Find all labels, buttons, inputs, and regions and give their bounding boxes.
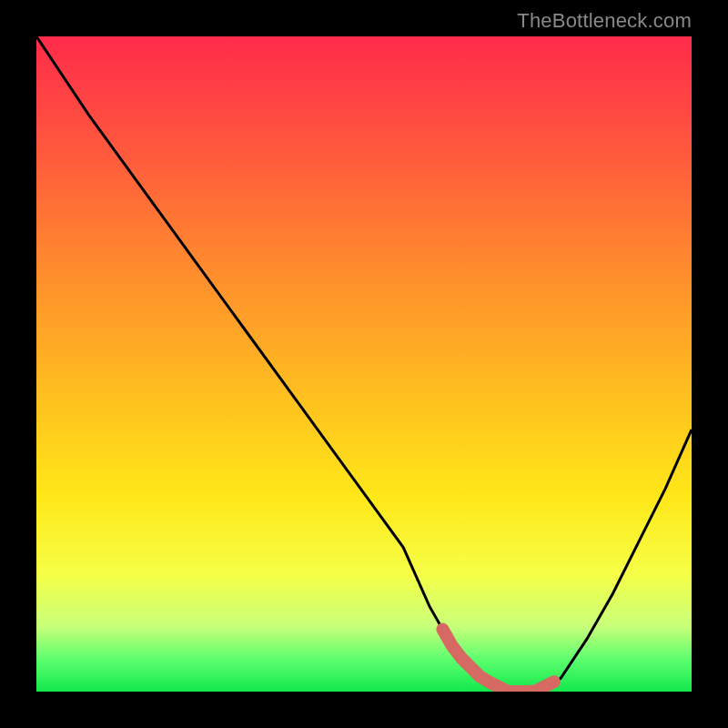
chart-frame: TheBottleneck.com [0, 0, 728, 728]
watermark-text: TheBottleneck.com [517, 9, 692, 33]
plot-area [36, 36, 692, 692]
bottleneck-curve [36, 36, 692, 692]
curve-highlight [442, 630, 553, 692]
curve-path [36, 36, 692, 692]
